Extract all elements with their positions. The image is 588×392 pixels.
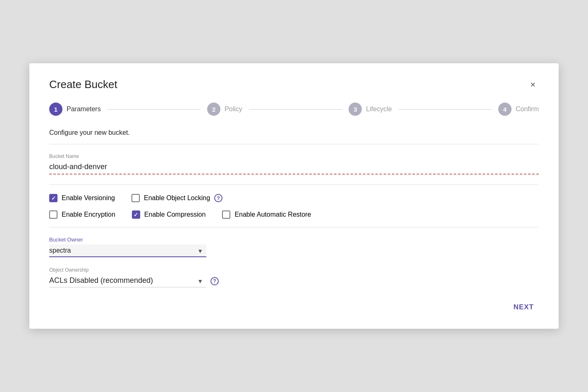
step-4-label: Confirm [516, 105, 539, 113]
enable-automatic-restore-item[interactable]: Enable Automatic Restore [222, 210, 311, 219]
enable-compression-label: Enable Compression [144, 211, 206, 218]
step-4: 4 Confirm [498, 103, 539, 116]
object-ownership-help-icon[interactable]: ? [210, 277, 219, 285]
step-3: 3 Lifecycle [349, 103, 392, 116]
enable-object-locking-checkbox[interactable] [131, 194, 140, 202]
step-4-circle: 4 [498, 103, 512, 116]
enable-encryption-label: Enable Encryption [62, 211, 115, 218]
step-3-label: Lifecycle [366, 105, 392, 113]
bucket-owner-select[interactable]: spectra admin user1 [49, 244, 206, 257]
checkbox-row-1: Enable Versioning Enable Object Locking … [49, 194, 539, 202]
enable-versioning-checkbox[interactable] [49, 194, 57, 202]
step-3-circle: 3 [349, 103, 362, 116]
description-text: Configure your new bucket. [49, 129, 539, 136]
close-button[interactable]: × [527, 79, 539, 91]
create-bucket-dialog: Create Bucket × 1 Parameters 2 Policy 3 … [29, 63, 559, 329]
dialog-header: Create Bucket × [49, 78, 539, 91]
enable-object-locking-item[interactable]: Enable Object Locking ? [131, 194, 222, 202]
enable-encryption-item[interactable]: Enable Encryption [49, 210, 115, 219]
next-button[interactable]: NEXT [509, 301, 539, 314]
enable-compression-checkbox[interactable] [132, 210, 140, 219]
object-ownership-field: Object Ownership ACLs Disabled (recommen… [49, 267, 539, 287]
bucket-owner-label: Bucket Owner [49, 237, 539, 243]
checkbox-row-2: Enable Encryption Enable Compression Ena… [49, 210, 539, 219]
enable-encryption-checkbox[interactable] [49, 210, 57, 219]
enable-versioning-item[interactable]: Enable Versioning [49, 194, 115, 202]
divider-2 [49, 184, 539, 185]
ownership-row: ACLs Disabled (recommended) ACLs Enabled… [49, 275, 539, 287]
bucket-owner-field: Bucket Owner spectra admin user1 ▼ [49, 237, 539, 257]
step-2-label: Policy [225, 105, 242, 113]
bucket-name-field: Bucket Name [49, 153, 539, 174]
dialog-footer: NEXT [49, 301, 539, 314]
ownership-select-wrapper: ACLs Disabled (recommended) ACLs Enabled… [49, 275, 206, 287]
step-1-label: Parameters [67, 105, 101, 113]
divider-3 [49, 227, 539, 227]
object-locking-help-icon[interactable]: ? [214, 194, 222, 202]
step-line-1 [108, 109, 201, 110]
bucket-owner-wrapper: spectra admin user1 ▼ [49, 244, 206, 257]
step-1-circle: 1 [49, 103, 62, 116]
enable-versioning-label: Enable Versioning [62, 194, 115, 202]
enable-object-locking-label: Enable Object Locking [144, 194, 210, 202]
enable-automatic-restore-checkbox[interactable] [222, 210, 230, 219]
object-ownership-label: Object Ownership [49, 267, 539, 273]
step-line-2 [249, 109, 342, 110]
step-2: 2 Policy [207, 103, 242, 116]
bucket-name-label: Bucket Name [49, 153, 539, 159]
dialog-title: Create Bucket [49, 78, 117, 91]
bucket-name-input[interactable] [49, 161, 539, 174]
object-ownership-select[interactable]: ACLs Disabled (recommended) ACLs Enabled… [49, 275, 206, 287]
step-1: 1 Parameters [49, 103, 101, 116]
stepper: 1 Parameters 2 Policy 3 Lifecycle 4 Conf… [49, 103, 539, 116]
enable-compression-item[interactable]: Enable Compression [132, 210, 206, 219]
enable-automatic-restore-label: Enable Automatic Restore [234, 211, 311, 218]
step-line-3 [399, 109, 492, 110]
divider-1 [49, 144, 539, 144]
step-2-circle: 2 [207, 103, 220, 116]
